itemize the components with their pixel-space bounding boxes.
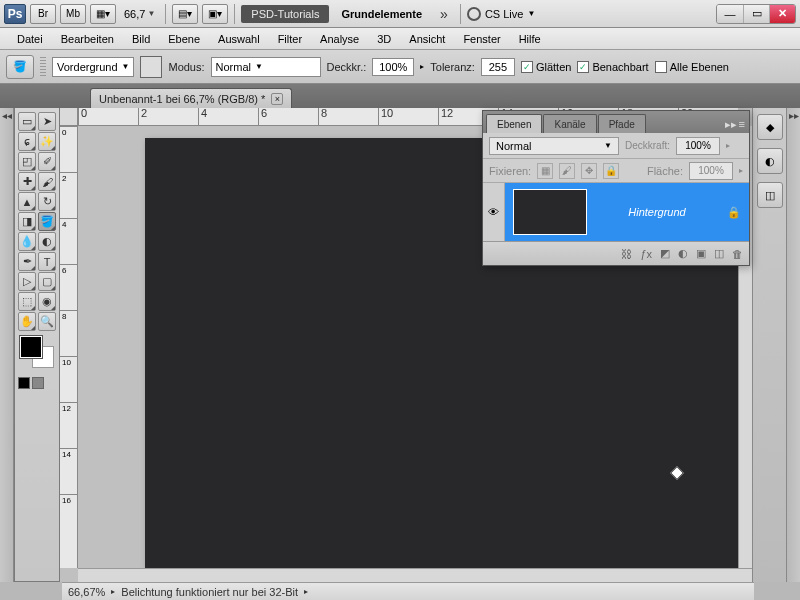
screen-mode-button[interactable]: ▣▾ <box>202 4 228 24</box>
lock-all-icon[interactable]: 🔒 <box>603 163 619 179</box>
menu-bild[interactable]: Bild <box>123 30 159 48</box>
menu-auswahl[interactable]: Auswahl <box>209 30 269 48</box>
lock-position-icon[interactable]: ✥ <box>581 163 597 179</box>
workspace-more-icon[interactable]: » <box>434 6 454 22</box>
grip-icon[interactable] <box>40 57 46 77</box>
workspace-active[interactable]: PSD-Tutorials <box>241 5 329 23</box>
quickmask-toggle[interactable] <box>18 377 30 389</box>
layer-row[interactable]: 👁 Hintergrund 🔒 <box>483 183 749 241</box>
channels-panel-icon[interactable]: ◐ <box>757 148 783 174</box>
menu-filter[interactable]: Filter <box>269 30 311 48</box>
layer-locked-icon: 🔒 <box>727 206 741 219</box>
vertical-ruler[interactable]: 0246810121416 <box>60 126 78 568</box>
document-tab[interactable]: Unbenannt-1 bei 66,7% (RGB/8) * × <box>90 88 292 108</box>
brush-tool[interactable]: 🖌 <box>38 172 56 191</box>
maximize-button[interactable]: ▭ <box>743 5 769 23</box>
horizontal-scrollbar[interactable] <box>78 568 752 582</box>
ruler-origin[interactable] <box>60 108 78 126</box>
tab-pfade[interactable]: Pfade <box>598 114 646 133</box>
blend-mode-dropdown[interactable]: Normal▼ <box>211 57 321 77</box>
delete-layer-icon[interactable]: 🗑 <box>732 248 743 260</box>
all-layers-checkbox[interactable]: Alle Ebenen <box>655 61 729 73</box>
minimize-button[interactable]: — <box>717 5 743 23</box>
marquee-tool[interactable]: ➤ <box>38 112 56 131</box>
hand-tool[interactable]: ✋ <box>18 312 36 331</box>
type-tool[interactable]: T <box>38 252 56 271</box>
3d-camera-tool[interactable]: ◉ <box>38 292 56 311</box>
cslive-button[interactable]: CS Live▼ <box>467 7 535 21</box>
menu-bearbeiten[interactable]: Bearbeiten <box>52 30 123 48</box>
status-info-icon[interactable]: ▸ <box>304 587 308 596</box>
foreground-background-colors[interactable] <box>18 336 58 372</box>
menu-datei[interactable]: Datei <box>8 30 52 48</box>
status-menu-icon[interactable]: ▸ <box>111 587 115 596</box>
paths-panel-icon[interactable]: ◫ <box>757 182 783 208</box>
menu-hilfe[interactable]: Hilfe <box>510 30 550 48</box>
eyedropper-tool[interactable]: ✐ <box>38 152 56 171</box>
workspace-item[interactable]: Grundelemente <box>333 5 430 23</box>
tab-kanaele[interactable]: Kanäle <box>543 114 596 133</box>
eraser-tool[interactable]: ◨ <box>18 212 36 231</box>
layer-mask-icon[interactable]: ◩ <box>660 247 670 260</box>
zoom-level-dropdown[interactable]: 66,7▼ <box>120 4 159 24</box>
tab-ebenen[interactable]: Ebenen <box>486 114 542 133</box>
layer-blend-mode-dropdown[interactable]: Normal▼ <box>489 137 619 155</box>
layer-list: 👁 Hintergrund 🔒 <box>483 183 749 241</box>
blur-tool[interactable]: 💧 <box>18 232 36 251</box>
panel-collapse-icon[interactable]: ▸▸ <box>725 118 737 131</box>
left-dock-collapse[interactable]: ◂◂ <box>0 108 14 582</box>
minibridge-button[interactable]: Mb <box>60 4 86 24</box>
adjustment-layer-icon[interactable]: ◐ <box>678 247 688 260</box>
magic-wand-tool[interactable]: ✨ <box>38 132 56 151</box>
layer-thumbnail[interactable] <box>513 189 587 235</box>
status-zoom[interactable]: 66,67% <box>68 586 105 598</box>
foreground-color[interactable] <box>20 336 42 358</box>
lock-label: Fixieren: <box>489 165 531 177</box>
layers-panel-icon[interactable]: ◆ <box>757 114 783 140</box>
lasso-tool[interactable]: ɕ <box>18 132 36 151</box>
path-selection-tool[interactable]: ▷ <box>18 272 36 291</box>
3d-tool[interactable]: ⬚ <box>18 292 36 311</box>
clone-stamp-tool[interactable]: ▲ <box>18 192 36 211</box>
contiguous-checkbox[interactable]: ✓Benachbart <box>577 61 648 73</box>
new-group-icon[interactable]: ▣ <box>696 247 706 260</box>
layer-name[interactable]: Hintergrund <box>597 206 717 218</box>
fill-source-dropdown[interactable]: Vordergrund▼ <box>52 57 134 77</box>
view-extras-button[interactable]: ▦▾ <box>90 4 116 24</box>
zoom-tool[interactable]: 🔍 <box>38 312 56 331</box>
move-tool[interactable]: ▭ <box>18 112 36 131</box>
link-layers-icon[interactable]: ⛓ <box>621 248 632 260</box>
menu-fenster[interactable]: Fenster <box>454 30 509 48</box>
arrange-documents-button[interactable]: ▤▾ <box>172 4 198 24</box>
lock-pixels-icon[interactable]: 🖌 <box>559 163 575 179</box>
antialias-checkbox[interactable]: ✓Glätten <box>521 61 571 73</box>
tolerance-input[interactable]: 255 <box>481 58 515 76</box>
menu-ansicht[interactable]: Ansicht <box>400 30 454 48</box>
layer-opacity-input[interactable]: 100% <box>676 137 720 155</box>
menu-analyse[interactable]: Analyse <box>311 30 368 48</box>
layer-fill-input[interactable]: 100% <box>689 162 733 180</box>
layer-style-icon[interactable]: ƒx <box>640 248 652 260</box>
menu-ebene[interactable]: Ebene <box>159 30 209 48</box>
right-dock-collapse[interactable]: ▸▸ <box>786 108 800 582</box>
current-tool-icon[interactable]: 🪣 <box>6 55 34 79</box>
layer-visibility-icon[interactable]: 👁 <box>483 183 505 241</box>
paint-bucket-tool[interactable]: 🪣 <box>38 212 56 231</box>
pen-tool[interactable]: ✒ <box>18 252 36 271</box>
bridge-button[interactable]: Br <box>30 4 56 24</box>
new-layer-icon[interactable]: ◫ <box>714 247 724 260</box>
history-brush-tool[interactable]: ↻ <box>38 192 56 211</box>
opacity-input[interactable]: 100% <box>372 58 414 76</box>
crop-tool[interactable]: ◰ <box>18 152 36 171</box>
pattern-swatch[interactable] <box>140 56 162 78</box>
panel-menu-icon[interactable]: ≡ <box>739 118 745 131</box>
screenmode-toggle[interactable] <box>32 377 44 389</box>
close-tab-icon[interactable]: × <box>271 93 283 105</box>
lock-transparency-icon[interactable]: ▦ <box>537 163 553 179</box>
shape-tool[interactable]: ▢ <box>38 272 56 291</box>
healing-brush-tool[interactable]: ✚ <box>18 172 36 191</box>
close-button[interactable]: ✕ <box>769 5 795 23</box>
menu-3d[interactable]: 3D <box>368 30 400 48</box>
dodge-tool[interactable]: ◐ <box>38 232 56 251</box>
status-bar: 66,67% ▸ Belichtung funktioniert nur bei… <box>62 582 754 600</box>
